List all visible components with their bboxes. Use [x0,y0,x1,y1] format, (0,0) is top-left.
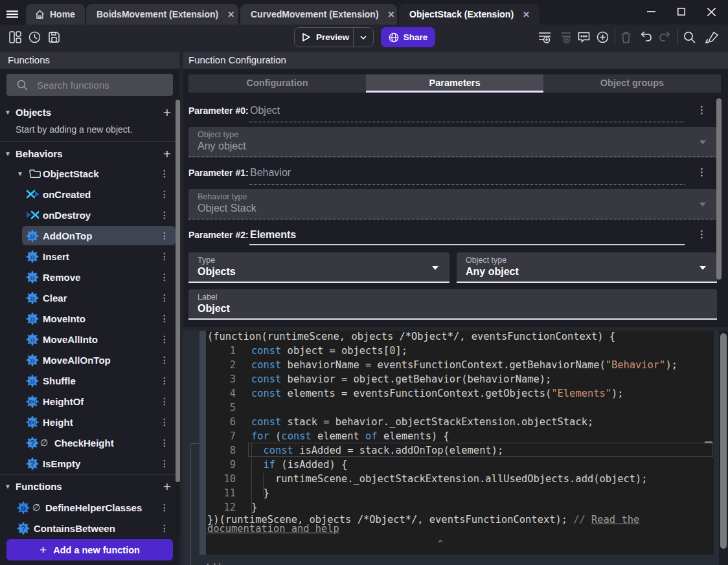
functions-section-header[interactable]: ▼Functions+ [0,476,179,496]
sidebar-item-label: onDestroy [43,210,91,221]
minimize-icon[interactable] [647,11,655,13]
item-menu-icon[interactable]: ⋮ [160,355,169,365]
sidebar-folder-objectstack[interactable]: ▼ObjectStack⋮ [0,163,179,184]
parameter-1-name-input[interactable]: Behavior [250,166,291,180]
item-menu-icon[interactable]: ⋮ [160,293,169,303]
item-menu-icon[interactable]: ⋮ [160,189,169,199]
parameters-scrollbar[interactable] [716,98,722,280]
item-menu-icon[interactable]: ⋮ [160,396,169,406]
sidebar-item-ondestroy[interactable]: onDestroy⋮ [0,205,179,225]
sidebar-item-clear[interactable]: »Clear⋮ [0,287,179,308]
item-menu-icon[interactable]: ⋮ [160,523,169,533]
field-object-type-0[interactable]: Object typeAny object [188,127,717,157]
search-toolbar-icon[interactable] [683,31,696,43]
parameter-0-menu-icon[interactable]: ⋮ [697,104,707,116]
share-button[interactable]: Share [381,27,435,47]
field-behavior-type-1[interactable]: Behavior typeObject Stack [188,189,717,219]
tab-parameters[interactable]: Parameters [366,74,543,93]
sidebar-item-addontop[interactable]: »AddOnTop⋮ [0,225,179,246]
add-subevent-icon[interactable] [558,31,571,43]
add-function-icon[interactable]: + [163,480,171,493]
item-menu-icon[interactable]: ⋮ [160,417,169,427]
tab-label: ObjectStack (Extension) [409,9,514,19]
sidebar-item-moveinto[interactable]: »MoveInto⋮ [0,308,179,329]
add-event-icon[interactable] [538,31,551,43]
code-line-3: const behavior = object.getBehavior(beha… [251,372,551,386]
svg-text:?: ? [30,438,35,447]
add-comment-icon[interactable] [578,31,590,43]
tab-curvedmovement-extension-[interactable]: CurvedMovement (Extension)✕ [240,4,397,25]
code-scrollbar[interactable] [720,333,727,549]
main-menu-icon[interactable] [6,10,18,18]
tab-home[interactable]: Home [26,4,85,25]
panels-icon[interactable] [9,31,21,43]
item-menu-icon[interactable]: ⋮ [160,210,169,220]
add-function-button[interactable]: + Add a new function [6,539,173,560]
sidebar-item-definehelperclasses[interactable]: »∅DefineHelperClasses⋮ [0,497,179,518]
search-functions-input[interactable]: Search functions [6,74,173,96]
item-menu-icon[interactable]: ⋮ [160,334,169,344]
sidebar-item-shuffle[interactable]: »Shuffle⋮ [0,370,179,391]
tab-boidsmovement-extension-[interactable]: BoidsMovement (Extension)✕ [86,4,238,25]
item-menu-icon[interactable]: ⋮ [160,230,169,241]
sidebar-item-heightof[interactable]: f(x)HeightOf⋮ [0,391,179,412]
add-behavior-icon[interactable]: + [163,147,171,161]
maximize-icon[interactable] [677,8,685,16]
caret-down-icon[interactable]: ▼ [0,109,16,116]
theme-brush-icon[interactable] [705,31,719,43]
sidebar-item-moveallontop[interactable]: »MoveAllOnTop⋮ [0,349,179,370]
parameter-1-name-underline [249,184,685,185]
sidebar-item-checkheight[interactable]: ?∅CheckHeight⋮ [0,432,179,453]
delete-icon[interactable] [620,31,631,43]
item-menu-icon[interactable]: ⋮ [160,313,169,324]
fold-caret-icon[interactable]: ^ [438,538,443,548]
behaviors-section-header[interactable]: ▼Behaviors+ [0,143,179,164]
item-menu-icon[interactable]: ⋮ [160,272,169,282]
code-event-drag-strip[interactable] [199,331,206,555]
action-gear-icon: » [26,312,39,325]
caret-down-icon[interactable]: ▼ [17,170,23,177]
parameter-1-menu-icon[interactable]: ⋮ [697,166,707,178]
parameter-2-menu-icon[interactable]: ⋮ [697,228,707,240]
tab-close-icon[interactable]: ✕ [388,10,395,19]
caret-down-icon[interactable]: ▼ [0,483,16,490]
redo-icon[interactable] [659,31,672,42]
tab-objectstack-extension-[interactable]: ObjectStack (Extension)✕ [399,4,540,25]
preview-dropdown[interactable] [353,28,373,47]
field-object-type-2[interactable]: Object typeAny object [457,252,717,283]
tab-close-icon[interactable]: ✕ [523,10,530,19]
field-label-2[interactable]: LabelObject [188,289,717,320]
caret-down-icon[interactable]: ▼ [0,150,16,157]
item-menu-icon[interactable]: ⋮ [160,251,169,261]
preview-button[interactable]: Preview [294,27,374,47]
sidebar-item-remove[interactable]: »Remove⋮ [0,267,179,287]
add-object-icon[interactable]: + [163,105,171,119]
sidebar-item-containsbetween[interactable]: ?ContainsBetween⋮ [0,518,179,538]
sidebar-scrollbar[interactable] [176,100,180,482]
close-window-icon[interactable] [707,8,716,16]
objects-section-header[interactable]: ▼Objects+ [0,102,179,122]
dropdown-arrow-icon [700,266,706,270]
parameter-2-name-input[interactable]: Elements [250,228,296,242]
sidebar-item-height[interactable]: f(x)Height⋮ [0,412,179,432]
undo-icon[interactable] [639,31,652,42]
item-menu-icon[interactable]: ⋮ [160,375,169,386]
sidebar-item-isempty[interactable]: ?IsEmpty⋮ [0,453,179,474]
parameter-0-name-input[interactable]: Object [250,104,280,118]
field-type-2[interactable]: TypeObjects [188,252,449,283]
add-event-hint[interactable]: Add [205,562,221,565]
item-menu-icon[interactable]: ⋮ [160,168,169,179]
item-menu-icon[interactable]: ⋮ [160,438,169,448]
add-circle-icon[interactable] [597,31,609,43]
item-menu-icon[interactable]: ⋮ [160,502,169,513]
tab-configuration[interactable]: Configuration [188,74,366,93]
sidebar-item-oncreated[interactable]: onCreated⋮ [0,184,179,205]
sidebar-item-insert[interactable]: »Insert⋮ [0,246,179,267]
line-number: 2 [206,358,236,372]
sidebar-item-moveallinto[interactable]: »MoveAllInto⋮ [0,329,179,349]
save-icon[interactable] [48,31,60,43]
item-menu-icon[interactable]: ⋮ [160,458,169,469]
tab-close-icon[interactable]: ✕ [227,10,234,19]
tab-object-groups[interactable]: Object groups [543,74,721,93]
history-icon[interactable] [28,31,41,43]
